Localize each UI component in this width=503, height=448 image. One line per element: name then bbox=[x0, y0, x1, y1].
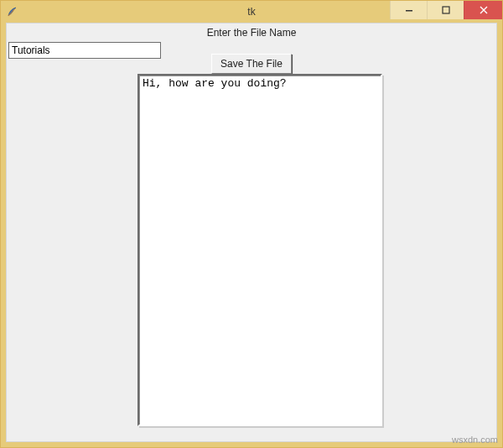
app-feather-icon bbox=[6, 5, 19, 18]
svg-rect-1 bbox=[443, 7, 449, 13]
client-area: Enter the File Name Save The File bbox=[6, 23, 497, 442]
close-button[interactable] bbox=[464, 1, 502, 19]
maximize-button[interactable] bbox=[427, 1, 464, 19]
save-file-button[interactable]: Save The File bbox=[211, 54, 292, 74]
filename-prompt-label: Enter the File Name bbox=[7, 23, 496, 39]
minimize-button[interactable] bbox=[390, 1, 427, 19]
svg-rect-0 bbox=[406, 10, 412, 12]
window-controls bbox=[390, 1, 502, 19]
titlebar: tk bbox=[1, 1, 502, 23]
filename-input[interactable] bbox=[8, 42, 161, 59]
watermark-text: wsxdn.com bbox=[452, 435, 498, 445]
file-content-textarea[interactable] bbox=[137, 74, 382, 426]
app-window: tk Enter the File Name Save The File bbox=[0, 0, 503, 448]
